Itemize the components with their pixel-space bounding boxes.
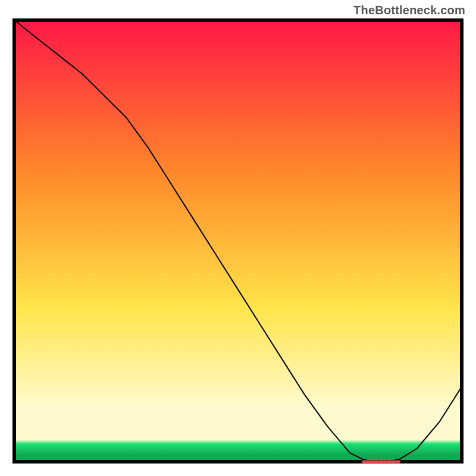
watermark-text: TheBottleneck.com — [353, 4, 465, 17]
chart-container: TheBottleneck.com — [0, 0, 476, 476]
svg-rect-0 — [14, 20, 462, 462]
chart-plot — [12, 18, 464, 464]
chart-svg — [12, 18, 464, 464]
